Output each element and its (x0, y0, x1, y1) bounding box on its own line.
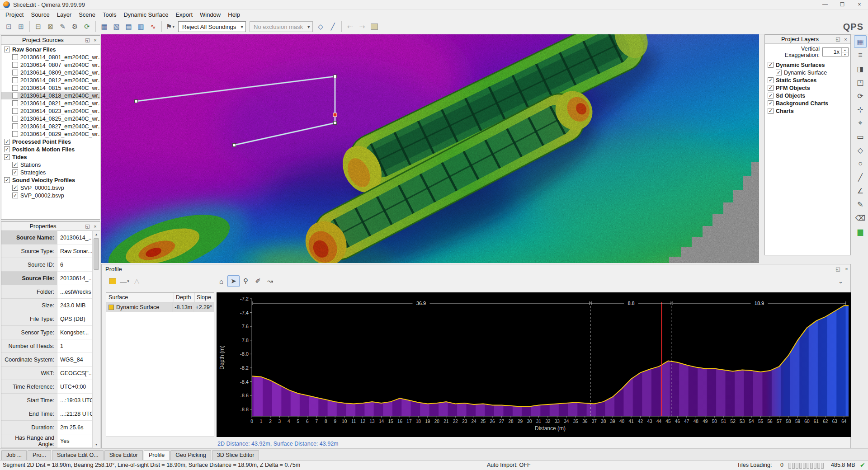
column-header-surface[interactable]: Surface (106, 293, 174, 302)
checkbox[interactable]: ✓ (4, 146, 10, 152)
checkbox[interactable]: ✓ (12, 185, 18, 191)
checkbox[interactable]: ✓ (768, 77, 774, 83)
source-tides[interactable]: ✓Tides (1, 153, 100, 161)
menu-source[interactable]: Source (27, 10, 53, 19)
checkbox[interactable]: ✓ (768, 93, 774, 99)
checkbox[interactable] (12, 85, 18, 91)
reject-mode-dropdown[interactable]: Reject All Soundings ▾ (178, 21, 246, 32)
float-panel-icon[interactable]: ◱ (84, 37, 91, 43)
pointer-icon[interactable]: ➤ (227, 275, 240, 287)
rect-select-icon[interactable]: ▭ (854, 130, 867, 143)
column-header-slope[interactable]: Slope (195, 293, 214, 302)
properties-scrollbar[interactable]: ▴ ▾ (92, 231, 100, 448)
scroll-thumb[interactable] (94, 238, 99, 270)
tab-profile[interactable]: Profile (144, 450, 170, 460)
source-20130614-0821-em2040c-wr[interactable]: 20130614_0821_em2040C_wr... (1, 99, 100, 107)
close-panel-icon[interactable]: × (842, 37, 849, 42)
checkbox[interactable] (12, 100, 18, 106)
bathymetry-image[interactable] (101, 34, 759, 263)
annotate-icon[interactable]: ✎ (854, 198, 867, 211)
pan-view-icon[interactable]: ⊹ (854, 103, 867, 116)
checkbox[interactable]: ✓ (768, 62, 774, 68)
collapse-profile-icon[interactable]: ⌄ (838, 278, 843, 285)
layer-sd-objects[interactable]: ✓Sd Objects (765, 92, 850, 99)
checkbox[interactable]: ✓ (4, 139, 10, 145)
spin-up-icon[interactable]: ▴ (842, 48, 848, 52)
histogram-icon[interactable]: ▆ (854, 225, 867, 238)
checkbox[interactable] (12, 123, 18, 129)
source-20130614-0815-em2040c-wr[interactable]: 20130614_0815_em2040C_wr... (1, 84, 100, 92)
scroll-up-icon[interactable]: ▴ (93, 231, 100, 238)
checkbox[interactable]: ✓ (4, 177, 10, 183)
shade-view-icon[interactable]: ◨ (854, 62, 867, 75)
checkbox[interactable] (12, 108, 18, 114)
float-panel-icon[interactable]: ◱ (834, 36, 842, 42)
checkbox[interactable]: ✓ (768, 108, 774, 114)
source-20130614-0807-em2040c-wr[interactable]: 20130614_0807_em2040C_wr... (1, 61, 100, 69)
close-panel-icon[interactable]: × (91, 224, 99, 229)
layer-static-surfaces[interactable]: ✓Static Surfaces (765, 76, 850, 84)
source-20130614-0825-em2040c-wr[interactable]: 20130614_0825_em2040C_wr... (1, 115, 100, 122)
surface-filter-icon[interactable]: ▥ (135, 21, 147, 33)
layer-dynamic-surfaces[interactable]: ✓Dynamic Surfaces (765, 61, 850, 69)
source-svp-00001-bsvp[interactable]: ✓SVP_00001.bsvp (1, 184, 100, 192)
source-20130614-0812-em2040c-wr[interactable]: 20130614_0812_em2040C_wr... (1, 76, 100, 84)
checkbox[interactable] (12, 77, 18, 83)
polygon-select-icon[interactable]: ◇ (854, 144, 867, 156)
spline-filter-icon[interactable]: ∿ (147, 21, 159, 33)
tab-slice-editor[interactable]: Slice Editor (104, 450, 143, 460)
angle-measure-icon[interactable]: ∠ (854, 184, 867, 197)
export-profile-icon[interactable]: ↝ (264, 275, 276, 287)
profile-chart-area[interactable]: -7.2-7.4-7.6-7.8-8.0-8.2-8.4-8.6-8.80123… (217, 292, 851, 437)
checkbox[interactable]: ✓ (4, 154, 10, 160)
import-database-icon[interactable]: ⊠ (44, 21, 57, 33)
layer-pfm-objects[interactable]: ✓PFM Objects (765, 84, 850, 92)
float-panel-icon[interactable]: ◱ (834, 266, 842, 272)
tab-pro[interactable]: Pro... (28, 450, 51, 460)
refresh-icon[interactable]: ⟳ (81, 21, 93, 33)
surface-table-row[interactable]: Dynamic Surface-8.13m+2.29° (106, 302, 214, 312)
spin-down-icon[interactable]: ▾ (842, 52, 848, 56)
float-panel-icon[interactable]: ◱ (84, 223, 91, 229)
checkbox[interactable] (12, 54, 18, 60)
source-sound-velocity-profiles[interactable]: ✓Sound Velocity Profiles (1, 176, 100, 184)
surface-grid-icon[interactable]: ▤ (123, 21, 135, 33)
source-svp-00002-bsvp[interactable]: ✓SVP_00002.bsvp (1, 192, 100, 199)
menu-dynamic-surface[interactable]: Dynamic Surface (120, 10, 172, 19)
scroll-down-icon[interactable]: ▾ (93, 441, 100, 448)
wireframe-view-icon[interactable]: ◳ (854, 76, 867, 89)
select-line-icon[interactable]: ╱ (327, 21, 339, 33)
layer-background-charts[interactable]: ✓Background Charts (765, 99, 850, 107)
surface-update-icon[interactable]: ▧ (110, 21, 123, 33)
flag-soundings-icon[interactable]: ⚑▾ (164, 21, 176, 33)
checkbox[interactable]: ✓ (768, 85, 774, 91)
checkbox[interactable]: ✓ (4, 47, 10, 52)
checkbox[interactable]: ✓ (12, 169, 18, 175)
profile-chart[interactable]: -7.2-7.4-7.6-7.8-8.0-8.2-8.4-8.6-8.80123… (217, 292, 851, 437)
surface-edit-icon[interactable]: ▦ (98, 21, 110, 33)
source-position-motion-files[interactable]: ✓Position & Motion Files (1, 146, 100, 153)
menu-project[interactable]: Project (2, 10, 27, 19)
select-polygon-icon[interactable]: ◇ (315, 21, 327, 33)
tab-surface-edit-o[interactable]: Surface Edit O... (52, 450, 104, 460)
measure-icon[interactable]: ✐ (252, 275, 264, 287)
checkbox[interactable] (12, 70, 18, 75)
select-area-icon[interactable]: ⊡ (3, 21, 15, 33)
close-panel-icon[interactable]: × (91, 38, 99, 43)
source-stations[interactable]: ✓Stations (1, 161, 100, 169)
source-20130614-0827-em2040c-wr[interactable]: 20130614_0827_em2040C_wr... (1, 122, 100, 130)
menu-export[interactable]: Export (172, 10, 196, 19)
menu-help[interactable]: Help (224, 10, 244, 19)
menu-window[interactable]: Window (196, 10, 224, 19)
close-panel-icon[interactable]: × (843, 266, 850, 272)
line-style-icon[interactable]: —▾ (118, 275, 131, 287)
layer-dynamic-surface[interactable]: ✓Dynamic Surface (765, 69, 850, 76)
tab-geo-picking[interactable]: Geo Picking (170, 450, 211, 460)
source-raw-sonar-files[interactable]: ✓Raw Sonar Files (1, 46, 100, 53)
checkbox[interactable]: ✓ (12, 162, 18, 168)
surface-color-swatch[interactable] (106, 275, 118, 287)
checkbox[interactable] (12, 62, 18, 68)
scene-view[interactable] (101, 34, 759, 263)
pick-point-icon[interactable]: ⌖ (854, 117, 867, 129)
source-strategies[interactable]: ✓Strategies (1, 169, 100, 176)
